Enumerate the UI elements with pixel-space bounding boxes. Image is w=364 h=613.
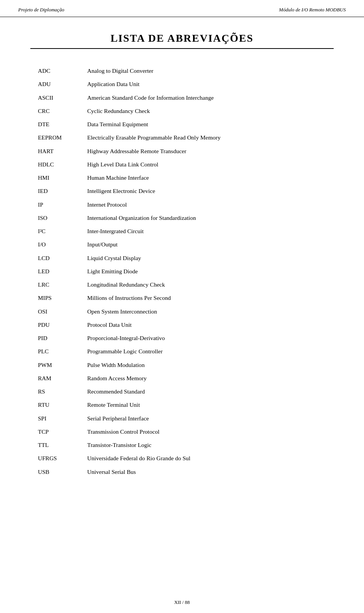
table-row: IPInternet Protocol	[30, 198, 334, 211]
main-content: LISTA DE ABREVIAÇÕES ADCAnalog to Digita…	[0, 17, 364, 501]
abbrev-key: TCP	[30, 425, 76, 438]
abbrev-key: PWM	[30, 358, 76, 372]
table-row: LCDLiquid Crystal Display	[30, 251, 334, 265]
abbrev-value: Cyclic Redundancy Check	[76, 104, 334, 118]
abbrev-value: Universidade Federal do Rio Grande do Su…	[76, 452, 334, 465]
abbrev-key: LRC	[30, 278, 76, 291]
title-section: LISTA DE ABREVIAÇÕES	[30, 32, 334, 49]
abbrev-key: I/O	[30, 238, 76, 251]
header-right: Módulo de I/O Remoto MODBUS	[279, 7, 346, 13]
table-row: ISOInternational Organization for Standa…	[30, 211, 334, 224]
abbrev-key: RTU	[30, 398, 76, 411]
abbrev-value: Recommended Standard	[76, 385, 334, 398]
table-row: I/OInput/Output	[30, 238, 334, 251]
table-row: HDLCHigh Level Data Link Control	[30, 158, 334, 171]
abbrev-key: ADU	[30, 77, 76, 91]
table-row: HMIHuman Machine Interface	[30, 171, 334, 184]
abbrev-value: American Standard Code for Information I…	[76, 91, 334, 104]
abbrev-value: Transistor-Transistor Logic	[76, 438, 334, 452]
abbrev-key: HMI	[30, 171, 76, 184]
abbrev-value: Electrically Erasable Programmable Read …	[76, 131, 334, 144]
abbrev-key: HART	[30, 144, 76, 158]
table-row: TTLTransistor-Transistor Logic	[30, 438, 334, 452]
abbrev-value: Pulse Width Modulation	[76, 358, 334, 372]
abbrev-key: DTE	[30, 118, 76, 131]
abbrev-key: EEPROM	[30, 131, 76, 144]
table-row: HARTHighway Addressable Remote Transduce…	[30, 144, 334, 158]
table-row: ASCIIAmerican Standard Code for Informat…	[30, 91, 334, 104]
abbrev-key: PDU	[30, 318, 76, 331]
title-divider	[30, 48, 334, 49]
abbrev-value: Internet Protocol	[76, 198, 334, 211]
page-header: Projeto de Diplomação Módulo de I/O Remo…	[0, 0, 364, 17]
abbrev-value: Open System Interconnection	[76, 305, 334, 318]
abbrev-key: ASCII	[30, 91, 76, 104]
page-title: LISTA DE ABREVIAÇÕES	[30, 32, 334, 44]
abbrev-value: Highway Addressable Remote Transducer	[76, 144, 334, 158]
abbrev-key: ADC	[30, 64, 76, 77]
table-row: RAMRandom Access Memory	[30, 372, 334, 385]
abbrev-value: Application Data Unit	[76, 77, 334, 91]
abbrev-value: Protocol Data Unit	[76, 318, 334, 331]
abbrev-key: LCD	[30, 251, 76, 265]
abbrev-value: Remote Terminal Unit	[76, 398, 334, 411]
abbrev-key: USB	[30, 465, 76, 478]
abbrev-value: Data Terminal Equipment	[76, 118, 334, 131]
table-row: RTURemote Terminal Unit	[30, 398, 334, 411]
abbrev-key: SPI	[30, 412, 76, 425]
table-row: PIDProporcional-Integral-Derivativo	[30, 331, 334, 345]
abbrev-value: Human Machine Interface	[76, 171, 334, 184]
abbrev-value: Intelligent Electronic Device	[76, 184, 334, 198]
abbrev-key: IED	[30, 184, 76, 198]
table-row: MIPSMillions of Instructions Per Second	[30, 291, 334, 304]
abbrev-value: Millions of Instructions Per Second	[76, 291, 334, 304]
table-row: LRCLongitudinal Redundancy Check	[30, 278, 334, 291]
abbrev-value: Proporcional-Integral-Derivativo	[76, 331, 334, 345]
table-row: DTEData Terminal Equipment	[30, 118, 334, 131]
abbrev-key: PLC	[30, 345, 76, 358]
abbrev-key: I²C	[30, 224, 76, 238]
abbrev-key: PID	[30, 331, 76, 345]
abbrev-key: TTL	[30, 438, 76, 452]
abbrev-value: High Level Data Link Control	[76, 158, 334, 171]
abbrev-key: HDLC	[30, 158, 76, 171]
abbrev-key: CRC	[30, 104, 76, 118]
table-row: PDUProtocol Data Unit	[30, 318, 334, 331]
abbrev-key: ISO	[30, 211, 76, 224]
abbrev-value: Programmable Logic Controller	[76, 345, 334, 358]
abbreviations-table: ADCAnalog to Digital ConverterADUApplica…	[30, 64, 334, 478]
abbrev-key: LED	[30, 265, 76, 278]
abbrev-value: Liquid Crystal Display	[76, 251, 334, 265]
abbrev-value: Inter-Intergrated Circuit	[76, 224, 334, 238]
abbrev-key: RS	[30, 385, 76, 398]
table-row: OSIOpen System Interconnection	[30, 305, 334, 318]
table-row: I²CInter-Intergrated Circuit	[30, 224, 334, 238]
table-row: TCPTransmission Control Protocol	[30, 425, 334, 438]
page-number: XII / 88	[174, 599, 190, 605]
abbrev-key: MIPS	[30, 291, 76, 304]
abbrev-value: Light Emitting Diode	[76, 265, 334, 278]
table-row: ADUApplication Data Unit	[30, 77, 334, 91]
table-row: PWMPulse Width Modulation	[30, 358, 334, 372]
abbrev-value: Serial Peripheral Interface	[76, 412, 334, 425]
abbrev-value: Transmission Control Protocol	[76, 425, 334, 438]
abbrev-key: RAM	[30, 372, 76, 385]
abbrev-value: Analog to Digital Converter	[76, 64, 334, 77]
abbrev-value: International Organization for Standardi…	[76, 211, 334, 224]
table-row: RSRecommended Standard	[30, 385, 334, 398]
abbrev-value: Universal Serial Bus	[76, 465, 334, 478]
table-row: PLCProgrammable Logic Controller	[30, 345, 334, 358]
table-row: SPISerial Peripheral Interface	[30, 412, 334, 425]
header-left: Projeto de Diplomação	[18, 7, 64, 13]
table-row: IEDIntelligent Electronic Device	[30, 184, 334, 198]
abbrev-key: UFRGS	[30, 452, 76, 465]
table-row: LEDLight Emitting Diode	[30, 265, 334, 278]
table-row: UFRGSUniversidade Federal do Rio Grande …	[30, 452, 334, 465]
abbrev-value: Input/Output	[76, 238, 334, 251]
table-row: EEPROMElectrically Erasable Programmable…	[30, 131, 334, 144]
abbrev-key: IP	[30, 198, 76, 211]
table-row: USBUniversal Serial Bus	[30, 465, 334, 478]
page-footer: XII / 88	[0, 599, 364, 605]
table-row: ADCAnalog to Digital Converter	[30, 64, 334, 77]
abbrev-value: Random Access Memory	[76, 372, 334, 385]
